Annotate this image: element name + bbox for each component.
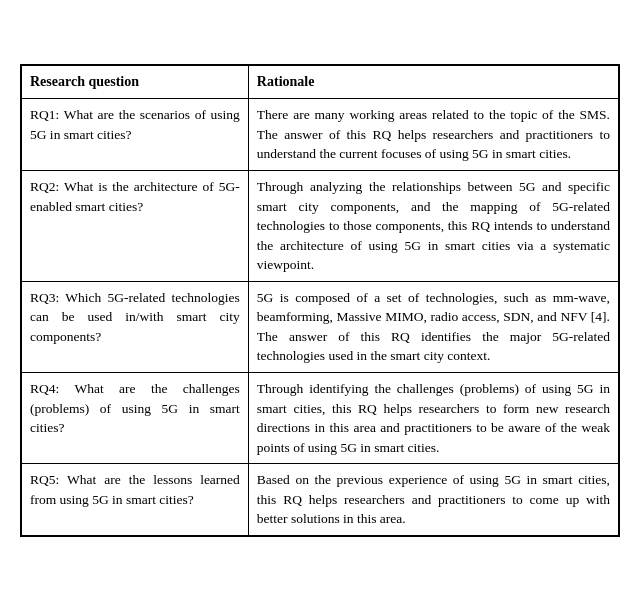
rq-cell-2: RQ2: What is the architecture of 5G-enab… (22, 170, 249, 281)
rationale-cell-1: There are many working areas related to … (248, 99, 618, 171)
table-row: RQ1: What are the scenarios of using 5G … (22, 99, 619, 171)
rq-cell-3: RQ3: Which 5G-related technologies can b… (22, 281, 249, 372)
table-row: RQ4: What are the challenges (problems) … (22, 373, 619, 464)
rationale-cell-5: Based on the previous experience of usin… (248, 464, 618, 536)
rq-cell-4: RQ4: What are the challenges (problems) … (22, 373, 249, 464)
header-rationale: Rationale (248, 66, 618, 99)
rationale-cell-3: 5G is composed of a set of technologies,… (248, 281, 618, 372)
research-questions-table: Research question Rationale RQ1: What ar… (20, 64, 620, 537)
rq-cell-5: RQ5: What are the lessons learned from u… (22, 464, 249, 536)
rationale-cell-4: Through identifying the challenges (prob… (248, 373, 618, 464)
rq-cell-1: RQ1: What are the scenarios of using 5G … (22, 99, 249, 171)
rationale-cell-2: Through analyzing the relationships betw… (248, 170, 618, 281)
table-row: RQ2: What is the architecture of 5G-enab… (22, 170, 619, 281)
table-row: RQ3: Which 5G-related technologies can b… (22, 281, 619, 372)
header-research-question: Research question (22, 66, 249, 99)
table-row: RQ5: What are the lessons learned from u… (22, 464, 619, 536)
